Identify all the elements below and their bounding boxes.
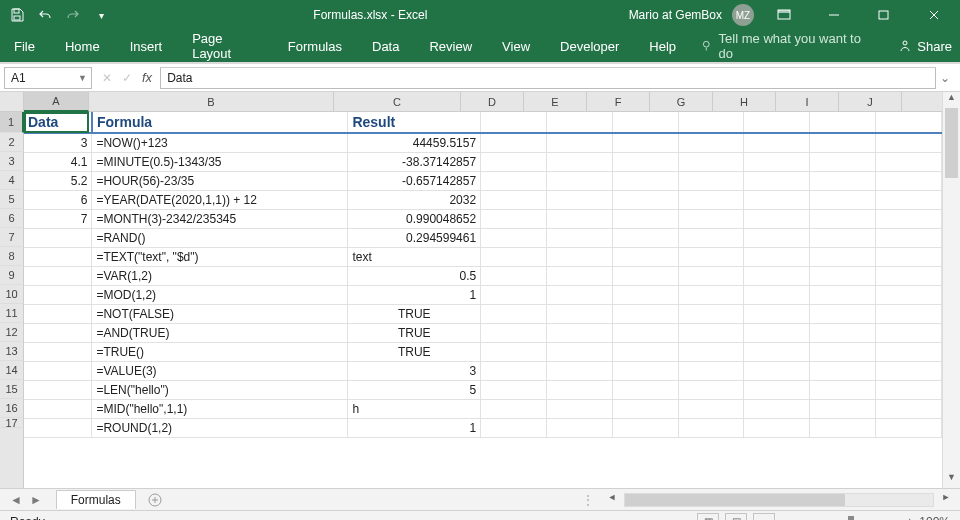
insert-function-button[interactable]: fx <box>142 70 152 85</box>
maximize-button[interactable] <box>864 1 904 29</box>
cell[interactable] <box>612 304 678 323</box>
enter-formula-button[interactable]: ✓ <box>122 71 132 85</box>
row-header-17[interactable]: 17 <box>0 418 24 428</box>
share-button[interactable]: Share <box>898 39 952 54</box>
cell[interactable] <box>744 399 810 418</box>
cell-a5[interactable]: 6 <box>24 190 92 209</box>
scroll-down-button[interactable]: ▼ <box>943 472 960 488</box>
cell-a4[interactable]: 5.2 <box>24 171 92 190</box>
column-header-j[interactable]: J <box>839 92 902 112</box>
scroll-left-button[interactable]: ◄ <box>604 492 620 508</box>
tab-review[interactable]: Review <box>423 35 478 58</box>
row-header-8[interactable]: 8 <box>0 247 24 266</box>
scroll-up-button[interactable]: ▲ <box>943 92 960 108</box>
cell[interactable] <box>678 285 744 304</box>
row-header-14[interactable]: 14 <box>0 361 24 380</box>
cell[interactable] <box>678 342 744 361</box>
cell[interactable] <box>546 361 612 380</box>
sheet-tab-formulas[interactable]: Formulas <box>56 490 136 509</box>
cell[interactable] <box>744 112 810 133</box>
cell[interactable] <box>876 304 942 323</box>
cell-c17[interactable]: 1 <box>348 418 481 437</box>
cell-c9[interactable]: 0.5 <box>348 266 481 285</box>
column-header-d[interactable]: D <box>461 92 524 112</box>
cell[interactable] <box>612 418 678 437</box>
cell[interactable] <box>612 152 678 171</box>
cell[interactable] <box>481 323 547 342</box>
cell[interactable] <box>678 266 744 285</box>
vertical-scrollbar[interactable]: ▲ ▼ <box>942 92 960 488</box>
cell[interactable] <box>481 247 547 266</box>
tab-data[interactable]: Data <box>366 35 405 58</box>
cell[interactable] <box>744 228 810 247</box>
cell[interactable] <box>612 112 678 133</box>
cell[interactable] <box>612 285 678 304</box>
normal-view-button[interactable]: ▦ <box>697 513 719 521</box>
cell[interactable] <box>612 228 678 247</box>
page-layout-view-button[interactable]: ▤ <box>725 513 747 521</box>
column-header-g[interactable]: G <box>650 92 713 112</box>
cell[interactable] <box>810 190 876 209</box>
cell[interactable] <box>481 133 547 152</box>
cell[interactable] <box>810 304 876 323</box>
cell[interactable] <box>481 112 547 133</box>
cell[interactable] <box>481 285 547 304</box>
cell[interactable] <box>612 171 678 190</box>
cell[interactable] <box>810 361 876 380</box>
cell-b14[interactable]: =VALUE(3) <box>92 361 348 380</box>
cell[interactable] <box>876 285 942 304</box>
row-header-6[interactable]: 6 <box>0 209 24 228</box>
cell[interactable] <box>546 304 612 323</box>
cell-c5[interactable]: 2032 <box>348 190 481 209</box>
cell-a10[interactable] <box>24 285 92 304</box>
cell[interactable] <box>612 266 678 285</box>
cell[interactable] <box>612 399 678 418</box>
cell[interactable] <box>810 399 876 418</box>
cell[interactable] <box>481 190 547 209</box>
row-header-10[interactable]: 10 <box>0 285 24 304</box>
row-header-1[interactable]: 1 <box>0 112 24 133</box>
ribbon-display-options-button[interactable] <box>764 1 804 29</box>
zoom-level[interactable]: 100% <box>919 515 950 521</box>
cell[interactable] <box>612 323 678 342</box>
row-header-11[interactable]: 11 <box>0 304 24 323</box>
cell[interactable] <box>546 133 612 152</box>
cell[interactable] <box>678 399 744 418</box>
row-header-4[interactable]: 4 <box>0 171 24 190</box>
cell[interactable] <box>678 171 744 190</box>
cell[interactable] <box>744 152 810 171</box>
name-box[interactable]: A1 ▼ <box>4 67 92 89</box>
row-header-16[interactable]: 16 <box>0 399 24 418</box>
cell[interactable] <box>546 209 612 228</box>
cell[interactable] <box>876 228 942 247</box>
cell[interactable] <box>876 399 942 418</box>
cell[interactable] <box>678 380 744 399</box>
cell[interactable] <box>546 152 612 171</box>
cell[interactable] <box>678 304 744 323</box>
cell-a13[interactable] <box>24 342 92 361</box>
cell[interactable] <box>810 112 876 133</box>
cell[interactable] <box>612 209 678 228</box>
cell[interactable] <box>546 285 612 304</box>
cell-a6[interactable]: 7 <box>24 209 92 228</box>
cell-b2[interactable]: =NOW()+123 <box>92 133 348 152</box>
user-name[interactable]: Mario at GemBox <box>629 8 722 22</box>
cell[interactable] <box>810 380 876 399</box>
cell[interactable] <box>744 247 810 266</box>
cell[interactable] <box>546 399 612 418</box>
close-button[interactable] <box>914 1 954 29</box>
cell-c15[interactable]: 5 <box>348 380 481 399</box>
cell[interactable] <box>678 112 744 133</box>
cell[interactable] <box>810 342 876 361</box>
cell-b13[interactable]: =TRUE() <box>92 342 348 361</box>
cell[interactable] <box>612 342 678 361</box>
cell[interactable] <box>678 133 744 152</box>
cell[interactable] <box>546 323 612 342</box>
cell[interactable] <box>481 209 547 228</box>
tab-developer[interactable]: Developer <box>554 35 625 58</box>
cell-c10[interactable]: 1 <box>348 285 481 304</box>
cell[interactable] <box>481 342 547 361</box>
cell-c2[interactable]: 44459.5157 <box>348 133 481 152</box>
formula-input[interactable]: Data <box>160 67 936 89</box>
cell[interactable] <box>744 171 810 190</box>
